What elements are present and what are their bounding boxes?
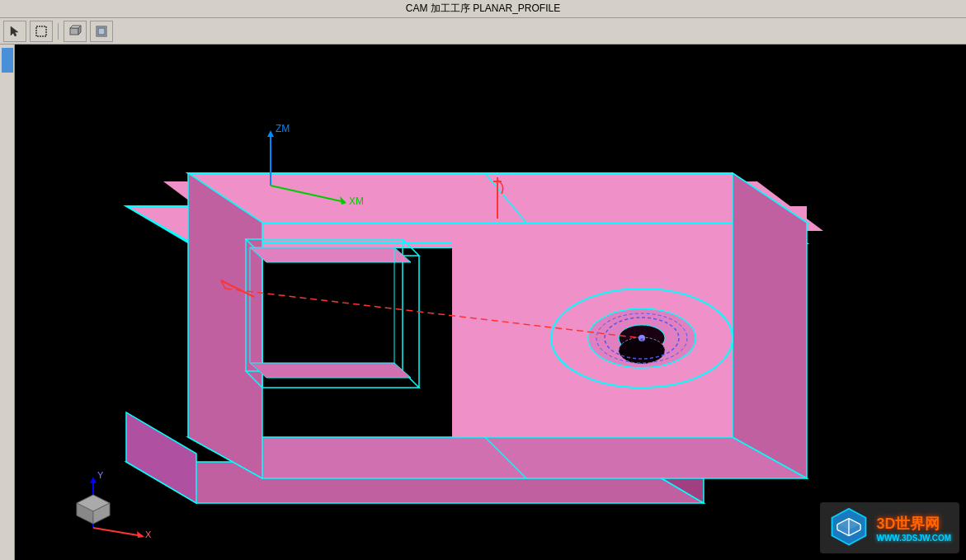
svg-text:Y: Y bbox=[97, 470, 104, 480]
svg-marker-43 bbox=[267, 130, 274, 137]
main-area: ZM XM Y X bbox=[0, 45, 966, 560]
svg-point-41 bbox=[640, 338, 643, 341]
view3d-button[interactable] bbox=[64, 21, 87, 42]
left-sidebar bbox=[0, 45, 15, 560]
toolbar-separator-1 bbox=[58, 23, 59, 40]
cursor-button[interactable] bbox=[3, 21, 26, 42]
svg-text:ZM: ZM bbox=[276, 123, 290, 134]
svg-marker-16 bbox=[733, 173, 807, 478]
view2d-button[interactable] bbox=[90, 21, 113, 42]
svg-rect-1 bbox=[70, 28, 78, 35]
title-bar: CAM 加工工序 PLANAR_PROFILE bbox=[0, 0, 966, 18]
select-rect-button[interactable] bbox=[30, 21, 53, 42]
watermark-site-url: WWW.3DSJW.COM bbox=[876, 534, 951, 543]
svg-marker-52 bbox=[137, 531, 144, 538]
svg-line-51 bbox=[93, 528, 143, 536]
svg-text:X: X bbox=[145, 529, 152, 539]
svg-text:XM: XM bbox=[349, 195, 364, 207]
viewport[interactable]: ZM XM Y X bbox=[15, 45, 966, 560]
model-viewport: ZM XM Y X bbox=[15, 45, 966, 560]
title-text: CAM 加工工序 PLANAR_PROFILE bbox=[406, 2, 560, 16]
svg-marker-26 bbox=[250, 363, 411, 378]
watermark-logo bbox=[828, 507, 869, 548]
svg-marker-15 bbox=[188, 173, 262, 478]
watermark-text-block: 3D世界网 WWW.3DSJW.COM bbox=[876, 514, 951, 543]
svg-marker-8 bbox=[126, 412, 196, 503]
toolbar bbox=[0, 18, 966, 45]
watermark: 3D世界网 WWW.3DSJW.COM bbox=[820, 502, 959, 553]
watermark-site-name: 3D世界网 bbox=[876, 514, 951, 534]
svg-marker-25 bbox=[250, 247, 411, 262]
sidebar-tool-button[interactable] bbox=[2, 48, 13, 73]
svg-marker-49 bbox=[90, 477, 97, 483]
svg-marker-14 bbox=[188, 437, 807, 478]
svg-rect-0 bbox=[36, 26, 46, 36]
